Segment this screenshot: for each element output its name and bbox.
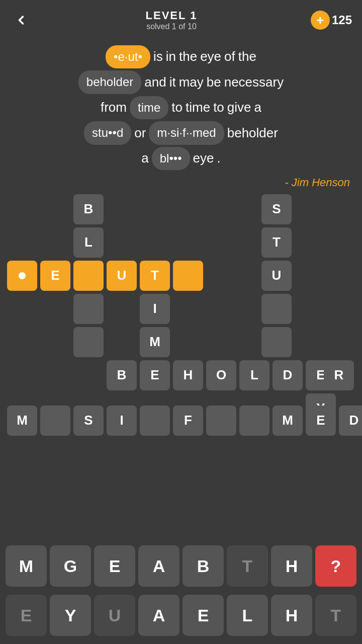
tile-empty1-r2 (73, 261, 104, 291)
tile-B-r5: B (107, 360, 137, 390)
key-H[interactable]: H (271, 545, 312, 587)
key-E[interactable]: E (94, 545, 135, 587)
tile-M-r7c8: M (273, 406, 303, 436)
back-button[interactable] (10, 9, 32, 31)
blank-word-beaut: •e·ut• (106, 45, 150, 68)
quote-line-3: from time to time to give a (12, 96, 350, 119)
level-info: LEVEL 1 solved 1 of 10 (146, 9, 198, 31)
tile-B-r0: B (73, 194, 104, 224)
blank-word-time: time (130, 96, 168, 119)
add-coins-button[interactable]: + (311, 11, 330, 30)
tile-I-r3: I (140, 294, 170, 324)
key-U[interactable]: U (94, 595, 135, 636)
tile-D-r7c10: D (339, 406, 362, 436)
tile-empty-r3c2 (73, 294, 104, 324)
key-L[interactable]: L (227, 595, 268, 636)
tile-empty-r7c6 (206, 406, 236, 436)
keyboard-area: M G E A B T H ? E Y U A E L H T (0, 536, 362, 644)
blank-word-black: bl••• (152, 147, 190, 170)
blank-word-beholder1: beholder (78, 70, 141, 94)
tile-S-r0: S (261, 194, 292, 224)
quote-line-1: •e·ut• is in the eye of the (12, 45, 350, 68)
tile-empty-r4c2 (73, 327, 104, 357)
tile-T-r2: T (140, 261, 170, 291)
key-G[interactable]: G (50, 545, 91, 587)
tile-empty-r4c8 (261, 327, 292, 357)
tile-F-r7: F (173, 406, 203, 436)
keyboard-row-1: M G E A B T H ? (5, 545, 357, 587)
key-A[interactable]: A (138, 545, 179, 587)
quote-line-2: beholder and it may be necessary (12, 70, 350, 94)
coin-count: 125 (332, 13, 352, 27)
level-solved: solved 1 of 10 (146, 22, 198, 31)
tile-E-r7c9: E (306, 406, 336, 436)
tile-U2-r2: U (261, 261, 292, 291)
key-B[interactable]: B (183, 545, 224, 587)
quote-line-5: a bl••• eye . (12, 147, 350, 170)
blank-word-misformed: m·si·f··med (149, 121, 224, 144)
tile-empty-r7c4 (140, 406, 170, 436)
tile-R-r5: R (324, 360, 354, 390)
key-H2[interactable]: H (271, 595, 312, 636)
quote-area: •e·ut• is in the eye of the beholder and… (0, 40, 362, 170)
tile-T-r1: T (261, 227, 292, 258)
tile-dot-r2 (7, 261, 37, 291)
tile-D-r5: D (273, 360, 303, 390)
tile-L-r5: L (239, 360, 269, 390)
tile-I-r7: I (107, 406, 137, 436)
crossword-grid: B S L T E U T U I M B E H O L D E R Y M (5, 194, 357, 441)
key-T2[interactable]: T (315, 595, 356, 636)
tile-empty-r7c1 (40, 406, 70, 436)
tile-H-r5: H (173, 360, 203, 390)
key-Y[interactable]: Y (50, 595, 91, 636)
crossword-grid-area: B S L T E U T U I M B E H O L D E R Y M (0, 194, 362, 441)
key-hint[interactable]: ? (315, 545, 356, 587)
key-E2[interactable]: E (6, 595, 47, 636)
tile-L-r1: L (73, 227, 104, 258)
tile-U-r2: U (107, 261, 137, 291)
coins-area: + 125 (311, 11, 352, 30)
blank-word-stud: stu••d (84, 121, 131, 144)
tile-empty-r7c7 (239, 406, 269, 436)
dot-inner (19, 272, 26, 279)
header: LEVEL 1 solved 1 of 10 + 125 (0, 0, 362, 40)
tile-E-r5: E (140, 360, 170, 390)
key-E3[interactable]: E (183, 595, 224, 636)
keyboard-row-2: E Y U A E L H T (5, 595, 357, 636)
tile-empty2-r2 (173, 261, 203, 291)
tile-empty-r3c8 (261, 294, 292, 324)
key-T[interactable]: T (227, 545, 268, 587)
level-title: LEVEL 1 (146, 9, 198, 22)
tile-M-r7c0: M (7, 406, 37, 436)
quote-line-4: stu••d or m·si·f··med beholder (12, 121, 350, 144)
quote-attribution: - Jim Henson (0, 172, 362, 189)
tile-S-r7: S (73, 406, 104, 436)
tile-E-r2: E (40, 261, 70, 291)
tile-M-r4: M (140, 327, 170, 357)
tile-O-r5: O (206, 360, 236, 390)
key-A2[interactable]: A (138, 595, 179, 636)
key-M[interactable]: M (6, 545, 47, 587)
